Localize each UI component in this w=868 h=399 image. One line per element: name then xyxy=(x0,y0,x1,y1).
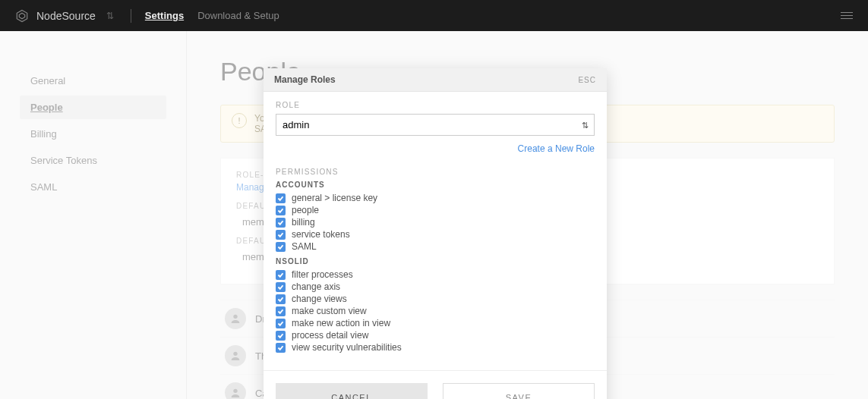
permission-label: filter processes xyxy=(292,269,353,280)
permission-label: people xyxy=(292,205,319,215)
checkbox-checked[interactable] xyxy=(276,242,286,252)
nav-divider xyxy=(131,9,131,23)
role-select[interactable]: admin xyxy=(276,114,595,136)
checkbox-checked[interactable] xyxy=(276,343,286,353)
modal-close-esc[interactable]: ESC xyxy=(578,76,596,84)
permission-row: view security vulnerabilities xyxy=(276,341,595,353)
perm-group-label: NSOLID xyxy=(276,257,595,265)
create-new-role-link[interactable]: Create a New Role xyxy=(276,143,595,154)
permission-row: people xyxy=(276,204,595,216)
checkbox-checked[interactable] xyxy=(276,306,286,316)
permission-row: make custom view xyxy=(276,305,595,317)
brand-logo-icon xyxy=(15,9,29,23)
modal-header: Manage Roles ESC xyxy=(264,68,607,92)
permissions-label: PERMISSIONS xyxy=(276,168,595,176)
brand-chevrons-icon: ⇅ xyxy=(106,11,114,21)
permission-label: view security vulnerabilities xyxy=(292,342,402,353)
permission-row: process detail view xyxy=(276,329,595,341)
permission-row: SAML xyxy=(276,240,595,253)
checkbox-checked[interactable] xyxy=(276,218,286,228)
menu-icon[interactable] xyxy=(841,12,853,19)
nav-link-settings[interactable]: Settings xyxy=(145,10,184,21)
checkbox-checked[interactable] xyxy=(276,331,286,341)
checkbox-checked[interactable] xyxy=(276,206,286,215)
svg-marker-1 xyxy=(19,13,25,19)
permission-label: make new action in view xyxy=(292,318,390,328)
permission-row: make new action in view xyxy=(276,317,595,329)
permission-label: service tokens xyxy=(292,229,350,240)
checkbox-checked[interactable] xyxy=(276,270,286,280)
checkbox-checked[interactable] xyxy=(276,282,286,292)
permission-row: filter processes xyxy=(276,269,595,281)
modal-title: Manage Roles xyxy=(274,74,336,85)
permission-label: change axis xyxy=(292,281,340,292)
brand-name: NodeSource xyxy=(36,10,96,22)
top-nav: NodeSource ⇅ Settings Download & Setup xyxy=(0,0,868,31)
permission-row: billing xyxy=(276,216,595,228)
permission-row: change axis xyxy=(276,281,595,293)
permission-label: SAML xyxy=(292,241,317,252)
permission-row: service tokens xyxy=(276,228,595,240)
permission-row: general > license key xyxy=(276,192,595,204)
permission-label: make custom view xyxy=(292,306,367,316)
permission-label: general > license key xyxy=(292,193,377,203)
permission-label: change views xyxy=(292,294,347,304)
svg-marker-0 xyxy=(17,10,27,21)
checkbox-checked[interactable] xyxy=(276,319,286,328)
manage-roles-modal: Manage Roles ESC ROLE admin ⇅ Create a N… xyxy=(264,68,607,399)
permission-label: billing xyxy=(292,217,315,228)
role-label: ROLE xyxy=(276,101,595,109)
save-button[interactable]: SAVE xyxy=(443,383,595,399)
permission-row: change views xyxy=(276,293,595,305)
perm-group-label: ACCOUNTS xyxy=(276,181,595,189)
checkbox-checked[interactable] xyxy=(276,193,286,203)
cancel-button[interactable]: CANCEL xyxy=(276,383,428,399)
nav-link-download[interactable]: Download & Setup xyxy=(197,10,279,21)
checkbox-checked[interactable] xyxy=(276,294,286,304)
permission-label: process detail view xyxy=(292,330,368,341)
checkbox-checked[interactable] xyxy=(276,230,286,240)
